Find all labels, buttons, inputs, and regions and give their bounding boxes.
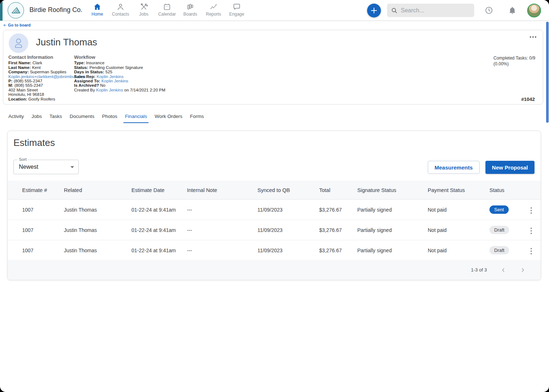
engage-chat-icon (232, 2, 241, 12)
row-more-menu[interactable] (529, 226, 534, 236)
pagination-next-button[interactable] (520, 267, 526, 273)
table-header-row: Estimate # Related Estimate Date Interna… (8, 181, 541, 200)
estimates-card: Estimates Sort Newest Measurements New P… (7, 131, 541, 280)
tab-tasks[interactable]: Tasks (48, 111, 64, 123)
sort-dropdown[interactable]: Sort Newest (13, 160, 79, 174)
table-row: 1007 Justin Thomas 01-22-24 at 9:41am --… (8, 220, 541, 240)
col-signature-status: Signature Status (357, 187, 428, 193)
table-row: 1007 Justin Thomas 01-22-24 at 9:41am --… (8, 200, 541, 220)
search-box (387, 4, 474, 17)
phone-row: P: (808) 555-2347 (8, 79, 73, 83)
col-synced-to-qb: Synced to QB (257, 187, 319, 193)
contact-more-menu[interactable] (528, 35, 538, 39)
contact-information-section: Contact Information First Name: Clark La… (8, 55, 73, 101)
cell-payment-status: Not paid (428, 227, 489, 233)
notifications-button[interactable] (508, 6, 517, 15)
calendar-icon (163, 2, 171, 12)
jobs-tools-icon (139, 2, 148, 12)
measurements-button[interactable]: Measurements (428, 161, 480, 174)
cell-payment-status: Not paid (428, 207, 489, 213)
cell-related: Justin Thomas (64, 227, 131, 233)
cell-synced-to-qb: 11/09/2023 (257, 227, 319, 233)
go-to-board-label: Go to board (8, 23, 30, 27)
cell-internal-note: --- (187, 207, 257, 213)
sort-value: Newest (19, 160, 38, 174)
created-by-link[interactable]: Koplin Jenkins (96, 88, 123, 92)
cell-payment-status: Not paid (428, 248, 489, 253)
nav-item-reports[interactable]: Reports (202, 2, 225, 19)
cell-estimate-number: 1007 (22, 227, 64, 233)
contact-tabs: Activity Jobs Tasks Documents Photos Fin… (7, 111, 205, 123)
is-archived-row: Is Archived? No (74, 83, 168, 87)
company-row: Company: Superman Supplies (8, 70, 73, 74)
workflow-heading: Workflow (74, 55, 168, 60)
pagination-range: 1-3 of 3 (471, 267, 487, 273)
nav-item-contacts[interactable]: Contacts (109, 2, 132, 19)
cell-signature-status: Partially signed (357, 207, 428, 213)
col-related: Related (64, 187, 131, 193)
chevron-left-icon (500, 267, 507, 273)
search-input[interactable] (401, 7, 466, 14)
new-proposal-button[interactable]: New Proposal (485, 161, 534, 174)
row-more-menu[interactable] (529, 246, 534, 256)
app-window: Birdie Roofing Co. Home Contacts Jobs (0, 0, 549, 392)
sales-rep-row: Sales Rep: Koplin Jenkins (74, 74, 168, 79)
nav-label: Reports (206, 12, 221, 17)
nav-label: Jobs (139, 12, 148, 17)
back-arrow-icon (3, 23, 7, 27)
user-avatar[interactable] (527, 4, 541, 17)
cell-total: $3,276.67 (319, 248, 357, 253)
assigned-to-link[interactable]: Koplin Jenkins (101, 79, 128, 83)
tab-financials[interactable]: Financials (123, 111, 149, 123)
row-more-menu[interactable] (529, 205, 534, 216)
tab-forms[interactable]: Forms (188, 111, 205, 123)
pagination-prev-button[interactable] (500, 267, 507, 273)
reports-trend-icon (209, 2, 218, 12)
roof-logo-icon (11, 5, 21, 16)
sales-rep-link[interactable]: Koplin Jenkins (97, 74, 123, 79)
cell-signature-status: Partially signed (357, 227, 428, 233)
brand-accent-strip (0, 0, 3, 21)
nav-label: Boards (183, 12, 197, 17)
nav-label: Home (92, 12, 103, 17)
table-row: 1007 Justin Thomas 01-22-24 at 9:41am --… (8, 240, 541, 261)
nav-item-calendar[interactable]: Calendar (155, 2, 179, 19)
contact-card: Justin Thomas Contact Information First … (3, 30, 543, 105)
app-bar: Birdie Roofing Co. Home Contacts Jobs (0, 0, 549, 21)
address-line2: Honolulu, HI 96818 (8, 92, 73, 97)
col-status: Status (489, 187, 529, 193)
cell-synced-to-qb: 11/09/2023 (257, 207, 319, 213)
cell-related: Justin Thomas (64, 248, 131, 253)
nav-item-home[interactable]: Home (86, 2, 109, 19)
workflow-section: Workflow Type: Insurance Status: Pending… (74, 55, 168, 92)
tab-activity[interactable]: Activity (7, 111, 25, 123)
status-badge: Sent (489, 205, 509, 214)
cell-estimate-date: 01-22-24 at 9:41am (131, 227, 187, 233)
add-button[interactable] (367, 4, 381, 17)
tab-jobs[interactable]: Jobs (30, 111, 44, 123)
mobile-row: M: (808) 555-2347 (8, 83, 73, 87)
go-to-board-link[interactable]: Go to board (3, 23, 30, 27)
nav-label: Contacts (112, 12, 129, 17)
company-logo[interactable] (8, 2, 24, 19)
first-name-row: First Name: Clark (8, 61, 73, 65)
tab-photos[interactable]: Photos (101, 111, 119, 123)
cell-estimate-date: 01-22-24 at 9:41am (131, 248, 187, 253)
days-in-status-row: Days in Status: 525 (74, 70, 168, 74)
tab-work-orders[interactable]: Work Orders (153, 111, 184, 123)
cell-estimate-date: 01-22-24 at 9:41am (131, 207, 187, 213)
nav-label: Calendar (158, 12, 176, 17)
contact-information-heading: Contact Information (8, 55, 73, 60)
estimates-title: Estimates (13, 137, 55, 148)
time-tracker-button[interactable] (484, 6, 493, 15)
estimates-actions: Measurements New Proposal (428, 161, 534, 174)
nav-item-boards[interactable]: Boards (179, 2, 202, 19)
table-footer: 1-3 of 3 (8, 260, 541, 280)
nav-item-engage[interactable]: Engage (225, 2, 248, 19)
tab-documents[interactable]: Documents (68, 111, 96, 123)
company-name: Birdie Roofing Co. (29, 6, 82, 14)
page-scrollbar-thumb[interactable] (546, 22, 549, 123)
cell-internal-note: --- (187, 227, 257, 233)
nav-item-jobs[interactable]: Jobs (132, 2, 155, 19)
cell-estimate-number: 1007 (22, 248, 64, 253)
